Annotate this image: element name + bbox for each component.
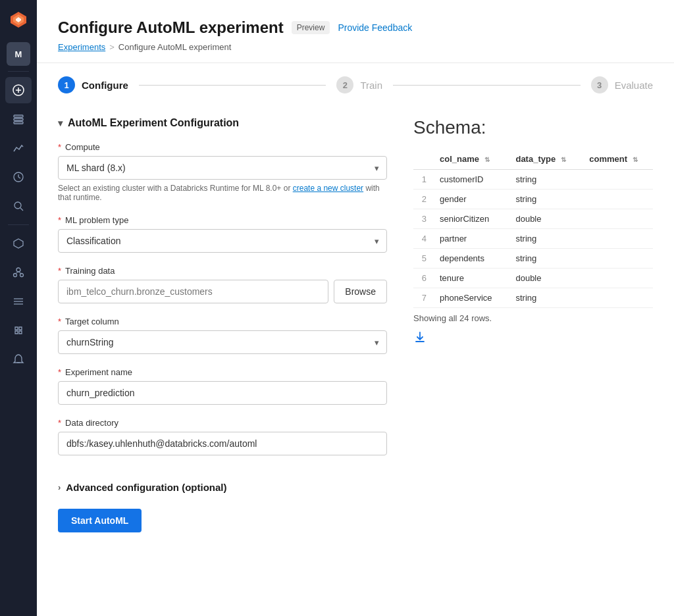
breadcrumb-current: Configure AutoML experiment	[118, 42, 232, 52]
svg-line-18	[15, 272, 18, 274]
svg-marker-14	[14, 239, 23, 248]
target-column-field-group: * Target column churnString	[58, 317, 387, 354]
row-num: 2	[413, 190, 432, 209]
col-header-col-name[interactable]: col_name ⇅	[432, 149, 507, 170]
row-num: 4	[413, 229, 432, 249]
compute-select[interactable]: ML shard (8.x)	[58, 156, 387, 180]
row-comment	[581, 229, 653, 249]
sidebar-divider	[8, 71, 29, 72]
col-header-data-type[interactable]: data_type ⇅	[507, 149, 581, 170]
experiment-name-label: * Experiment name	[58, 367, 387, 377]
row-num: 3	[413, 209, 432, 229]
sidebar-divider-2	[8, 224, 29, 225]
row-col-name: seniorCitizen	[432, 209, 507, 229]
svg-line-11	[18, 177, 20, 178]
right-panel: Schema: col_name ⇅ data_type ⇅	[413, 107, 653, 532]
breadcrumb-separator: >	[109, 42, 115, 52]
sidebar-item-features[interactable]	[5, 317, 32, 344]
start-automl-button[interactable]: Start AutoML	[58, 509, 142, 532]
svg-rect-7	[14, 118, 23, 120]
sidebar-item-models[interactable]	[5, 259, 32, 286]
breadcrumb: Experiments > Configure AutoML experimen…	[58, 42, 653, 52]
col-header-num	[413, 149, 432, 170]
compute-select-wrapper: ML shard (8.x)	[58, 156, 387, 180]
row-col-name: tenure	[432, 269, 507, 288]
svg-line-19	[18, 272, 22, 274]
row-col-name: customerID	[432, 170, 507, 190]
target-column-label: * Target column	[58, 317, 387, 326]
training-data-input-row: Browse	[58, 280, 387, 303]
section-header[interactable]: ▾ AutoML Experiment Configuration	[58, 107, 387, 142]
svg-point-17	[20, 274, 24, 277]
row-data-type: string	[507, 229, 581, 249]
app-logo	[7, 8, 30, 32]
row-num: 6	[413, 269, 432, 288]
row-col-name: gender	[432, 190, 507, 209]
sort-icon-col-name: ⇅	[484, 156, 490, 163]
content-area: ▾ AutoML Experiment Configuration * Comp…	[37, 107, 674, 553]
training-data-field-group: * Training data Browse	[58, 266, 387, 303]
row-data-type: string	[507, 288, 581, 308]
sidebar-item-workspace[interactable]: M	[7, 42, 30, 66]
row-col-name: partner	[432, 229, 507, 249]
step-2-circle: 2	[336, 76, 353, 93]
stepper: 1 Configure 2 Train 3 Evaluate	[37, 63, 674, 107]
sort-icon-data-type: ⇅	[561, 156, 566, 163]
row-data-type: string	[507, 190, 581, 209]
row-data-type: double	[507, 209, 581, 229]
sidebar-item-clock[interactable]	[5, 164, 32, 190]
svg-point-15	[16, 268, 20, 272]
training-data-label: * Training data	[58, 266, 387, 276]
advanced-section-header[interactable]: › Advanced configuration (optional)	[58, 469, 387, 503]
data-directory-input[interactable]	[58, 432, 387, 455]
page-title: Configure AutoML experiment	[58, 18, 284, 37]
advanced-label: Advanced configuration (optional)	[66, 482, 226, 493]
row-comment	[581, 209, 653, 229]
schema-table-header: col_name ⇅ data_type ⇅ comment ⇅	[413, 149, 653, 170]
data-directory-field-group: * Data directory	[58, 418, 387, 455]
row-col-name: dependents	[432, 249, 507, 269]
target-column-select-wrapper: churnString	[58, 330, 387, 354]
ml-problem-field-group: * ML problem type Classification	[58, 215, 387, 253]
schema-showing-text: Showing all 24 rows.	[413, 313, 653, 323]
section-chevron-icon: ▾	[58, 118, 63, 128]
experiment-name-input[interactable]	[58, 381, 387, 405]
ml-problem-select[interactable]: Classification	[58, 229, 387, 253]
compute-field-group: * Compute ML shard (8.x) Select an exist…	[58, 142, 387, 202]
sidebar-item-data[interactable]	[5, 106, 32, 132]
sidebar-item-search[interactable]	[5, 193, 32, 219]
table-row: 4 partner string	[413, 229, 653, 249]
svg-point-12	[14, 202, 21, 209]
sidebar-item-ml[interactable]	[5, 230, 32, 257]
svg-point-16	[14, 274, 17, 277]
row-data-type: string	[507, 249, 581, 269]
row-num: 1	[413, 170, 432, 190]
sidebar-item-analytics[interactable]	[5, 135, 32, 161]
breadcrumb-parent[interactable]: Experiments	[58, 42, 105, 52]
training-data-input[interactable]	[58, 280, 328, 303]
sidebar-item-notifications[interactable]	[5, 346, 32, 372]
browse-button[interactable]: Browse	[334, 280, 387, 303]
row-comment	[581, 269, 653, 288]
data-directory-label: * Data directory	[58, 418, 387, 428]
step-3-label: Evaluate	[615, 80, 653, 91]
download-icon[interactable]	[413, 331, 427, 347]
table-row: 7 phoneService string	[413, 288, 653, 308]
feedback-link[interactable]: Provide Feedback	[338, 22, 412, 33]
step-train: 2 Train	[336, 76, 382, 93]
ml-problem-select-wrapper: Classification	[58, 229, 387, 253]
experiment-name-field-group: * Experiment name	[58, 367, 387, 405]
schema-table-body: 1 customerID string 2 gender string 3 se…	[413, 170, 653, 308]
sidebar-item-serving[interactable]	[5, 288, 32, 315]
step-2-label: Train	[360, 80, 382, 91]
col-header-comment[interactable]: comment ⇅	[581, 149, 653, 170]
row-num: 5	[413, 249, 432, 269]
section-title: AutoML Experiment Configuration	[68, 117, 239, 129]
sidebar-item-create[interactable]	[5, 77, 32, 103]
target-column-select[interactable]: churnString	[58, 330, 387, 354]
step-evaluate: 3 Evaluate	[591, 76, 653, 93]
row-comment	[581, 190, 653, 209]
row-data-type: double	[507, 269, 581, 288]
row-comment	[581, 288, 653, 308]
create-cluster-link[interactable]: create a new cluster	[293, 184, 363, 193]
